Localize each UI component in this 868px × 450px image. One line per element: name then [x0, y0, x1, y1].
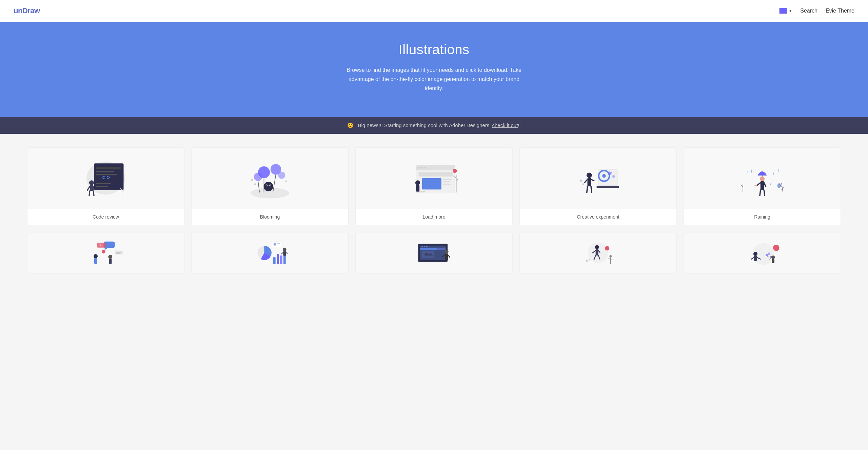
illus-walking: [527, 239, 670, 266]
svg-point-147: [771, 255, 775, 259]
svg-point-122: [595, 245, 599, 249]
card-blooming[interactable]: Blooming: [191, 147, 349, 225]
announcement-suffix: !!: [518, 122, 520, 128]
svg-point-44: [421, 190, 422, 192]
illustration-grid-row1: < > Code review: [27, 147, 841, 225]
svg-point-89: [94, 254, 98, 258]
svg-rect-98: [273, 257, 276, 264]
svg-point-64: [580, 179, 582, 182]
card-load-more[interactable]: Load more: [355, 147, 513, 225]
svg-line-131: [608, 258, 611, 260]
svg-point-8: [89, 180, 94, 185]
svg-line-107: [281, 252, 283, 254]
illus-nature: [691, 239, 834, 266]
svg-text:< >: < >: [101, 174, 110, 181]
svg-rect-94: [116, 252, 122, 253]
svg-rect-106: [283, 251, 286, 255]
svg-point-137: [753, 252, 757, 256]
chevron-down-icon: ▼: [789, 9, 792, 13]
announcement-text: Big news!!! Starting something cool with…: [358, 122, 491, 128]
svg-point-112: [424, 246, 425, 247]
announcement-link[interactable]: check it out: [492, 122, 518, 128]
svg-point-67: [760, 176, 765, 181]
svg-line-82: [782, 183, 783, 192]
illus-load-more: [362, 155, 506, 202]
card-image-website: [356, 232, 512, 273]
card-image-load-more: [356, 148, 512, 209]
hero-section: Illustrations Browse to find the images …: [0, 22, 868, 117]
svg-point-130: [609, 255, 612, 257]
illus-website: [362, 239, 506, 266]
svg-line-120: [448, 255, 450, 257]
logo-prefix: un: [14, 6, 22, 15]
svg-rect-37: [423, 166, 425, 168]
svg-point-48: [453, 169, 457, 173]
card-image-walking: [520, 232, 676, 273]
illus-code-review: < >: [34, 155, 177, 202]
svg-rect-148: [772, 259, 774, 263]
svg-line-11: [93, 186, 94, 189]
card-raining[interactable]: Raining: [684, 147, 841, 225]
svg-point-105: [283, 247, 287, 251]
illus-blooming: [198, 155, 341, 202]
card-walking[interactable]: [519, 232, 677, 273]
svg-rect-47: [416, 185, 420, 191]
svg-line-78: [771, 181, 771, 185]
svg-line-71: [764, 183, 766, 186]
svg-point-144: [766, 254, 768, 256]
svg-rect-118: [445, 253, 448, 260]
card-analytics[interactable]: [191, 232, 349, 273]
card-code-review[interactable]: < > Code review: [27, 147, 184, 225]
svg-rect-39: [422, 178, 441, 189]
svg-point-117: [445, 249, 449, 253]
svg-point-45: [423, 190, 425, 192]
logo-suffix: Draw: [22, 6, 40, 15]
announcement-bar: 😊 Big news!!! Starting something cool wi…: [0, 117, 868, 134]
evie-theme-link[interactable]: Evie Theme: [826, 8, 854, 14]
card-nature[interactable]: [684, 232, 841, 273]
svg-rect-138: [754, 256, 757, 261]
svg-point-134: [589, 259, 590, 260]
card-image-analytics: [192, 232, 348, 273]
card-creative-experiment[interactable]: Creative experiment: [519, 147, 677, 225]
svg-point-103: [274, 243, 276, 245]
svg-rect-115: [420, 248, 437, 249]
svg-point-20: [254, 172, 262, 181]
color-picker[interactable]: ▼: [779, 8, 792, 14]
svg-rect-40: [443, 179, 452, 180]
svg-line-132: [611, 259, 612, 261]
svg-line-55: [591, 179, 594, 181]
svg-rect-2: [96, 167, 121, 169]
svg-line-54: [585, 179, 588, 183]
navigation: unDraw ▼ Search Evie Theme: [0, 0, 868, 22]
svg-line-74: [747, 171, 748, 175]
svg-line-76: [773, 171, 774, 175]
svg-point-32: [254, 183, 256, 185]
card-website[interactable]: [355, 232, 513, 273]
card-label-raining: Raining: [684, 209, 841, 225]
illus-creative-experiment: [527, 155, 670, 202]
svg-line-77: [778, 169, 778, 173]
svg-line-56: [587, 186, 588, 192]
svg-point-21: [278, 171, 285, 179]
svg-line-69: [757, 183, 761, 186]
card-label-blooming: Blooming: [192, 209, 348, 225]
svg-line-75: [751, 169, 752, 173]
card-chat[interactable]: ♥: [27, 232, 184, 273]
svg-rect-123: [596, 249, 598, 255]
logo[interactable]: unDraw: [14, 6, 40, 15]
hero-description: Browse to find the images that fit your …: [346, 65, 522, 93]
svg-line-12: [89, 191, 90, 195]
svg-point-52: [587, 172, 592, 178]
svg-rect-62: [612, 175, 615, 178]
search-link[interactable]: Search: [800, 8, 817, 14]
illustration-grid-row2: ♥: [27, 232, 841, 273]
card-label-load-more: Load more: [356, 209, 512, 225]
svg-point-28: [266, 185, 267, 186]
hero-title: Illustrations: [7, 42, 861, 57]
illus-chat: ♥: [34, 239, 177, 266]
svg-line-10: [87, 186, 90, 190]
svg-point-111: [421, 246, 423, 247]
svg-line-51: [456, 179, 458, 181]
svg-rect-38: [419, 172, 453, 176]
